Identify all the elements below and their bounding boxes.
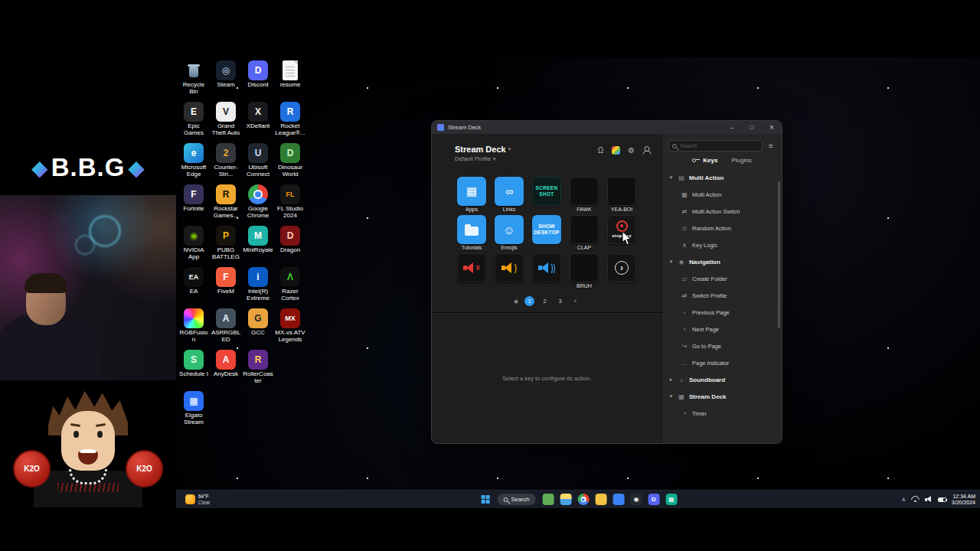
desktop-icon-miniroyale[interactable]: MMiniRoyale	[242, 225, 274, 266]
desktop-icon-fl-studio[interactable]: FLFL Studio 2024	[274, 184, 306, 225]
key-volume-low[interactable]: )	[495, 253, 524, 282]
key-volume-high[interactable]: ))	[532, 253, 561, 282]
desktop-icon-xdefiant[interactable]: XXDefiant	[242, 101, 274, 142]
tree-item-go-to-page[interactable]: ↪Go to Page	[668, 337, 776, 354]
taskbar-github-desktop[interactable]: ◉	[630, 494, 642, 505]
desktop-icon-rgbfusion[interactable]: RGBFusion	[178, 308, 210, 349]
volume-icon[interactable]	[925, 496, 933, 503]
key-links[interactable]: ∞	[495, 177, 524, 206]
tree-header-multi-action[interactable]: ▾▤Multi Action	[668, 169, 776, 186]
desktop-icon-steam[interactable]: ◎Steam	[210, 60, 242, 101]
key-tutorials[interactable]	[457, 215, 486, 244]
desktop-icon-microsoft-edge[interactable]: eMicrosoft Edge	[178, 142, 210, 184]
tree-header-soundboard[interactable]: ▸♪Soundboard	[668, 371, 776, 388]
desktop-icon-asrrgbled[interactable]: AASRRGBLED	[210, 308, 242, 349]
desktop-icon-pubg[interactable]: PPUBG BATTLEGR...	[210, 225, 242, 266]
desktop-icon-dinosaur-world[interactable]: DDinosaur World	[274, 142, 306, 184]
desktop-icon-schedule-1[interactable]: SSchedule I	[178, 349, 210, 390]
desktop-icon-rocket-league[interactable]: RRocket League®...	[274, 101, 306, 142]
profile-selector[interactable]: Default Profile ▾	[455, 155, 596, 162]
taskbar-folder[interactable]	[595, 494, 606, 505]
page-button-3[interactable]: 3	[555, 296, 565, 306]
key-show-desktop[interactable]: Show Desktop	[532, 215, 561, 244]
weather-widget[interactable]: 64°F Clear	[176, 494, 211, 505]
desktop-icon-mx-vs-atv[interactable]: MXMX-vs ATV Legends	[274, 308, 306, 349]
page-button-1[interactable]: 1	[524, 296, 534, 306]
elgato-stream-deck-icon: ▦	[184, 391, 204, 411]
desktop-icon-fortnite[interactable]: FFortnite	[178, 184, 210, 225]
hidden-icons-chevron[interactable]: ∧	[902, 497, 906, 503]
desktop-icon-resume[interactable]: resume	[274, 60, 306, 101]
taskbar-discord[interactable]: D	[648, 494, 659, 505]
wifi-icon[interactable]	[911, 496, 920, 503]
desktop-icon-label: RollerCoaster Tycoon® 3...	[242, 371, 274, 384]
desktop-icon-ea[interactable]: EAEA	[178, 266, 210, 308]
account-person-icon[interactable]	[642, 146, 651, 155]
desktop-icon-recycle-bin[interactable]: Recycle Bin	[178, 60, 210, 101]
favorites-star-icon[interactable]: ★	[513, 298, 519, 305]
tree-item-switch-profile[interactable]: ⇄Switch Profile	[668, 287, 776, 304]
desktop-icon-epic-games[interactable]: EEpic Games Launcher	[178, 101, 210, 142]
desktop-icon-gcc[interactable]: GGCC	[242, 308, 274, 349]
notifications-bell-icon[interactable]: Ω	[596, 146, 605, 155]
tab-plugins[interactable]: Plugins	[731, 157, 751, 164]
window-titlebar[interactable]: Stream Deck – □ ×	[432, 121, 782, 134]
taskbar-chrome[interactable]	[577, 494, 589, 505]
key-yea-boi[interactable]	[607, 177, 636, 206]
desktop-icon-discord[interactable]: DDiscord	[242, 60, 274, 101]
tree-item-multi-action[interactable]: ▦Multi Action	[668, 186, 776, 203]
desktop-icon-rct3[interactable]: RRollerCoaster Tycoon® 3...	[242, 349, 274, 390]
tree-header-navigation[interactable]: ▾◈Navigation	[668, 253, 776, 270]
tree-item-key-logic[interactable]: ∧Key Logic	[668, 236, 776, 253]
desktop-icon-rockstar-games[interactable]: RRockstar Games...	[210, 184, 242, 225]
panel-scrollbar[interactable]	[778, 181, 780, 328]
maximize-button[interactable]: □	[742, 121, 762, 134]
appearance-palette-icon[interactable]	[612, 146, 620, 155]
key-clap[interactable]	[570, 215, 599, 244]
settings-gear-icon[interactable]: ⚙	[627, 146, 635, 155]
device-selector[interactable]: Stream Deck ▾	[455, 145, 596, 154]
desktop-icon-intel-extreme[interactable]: iIntel(R) Extreme Tu...	[242, 266, 274, 308]
start-button[interactable]	[479, 493, 492, 506]
key-screenshot[interactable]: Screen Shot	[532, 177, 561, 206]
tab-keys[interactable]: Keys	[692, 157, 717, 164]
desktop-icon-counter-strike-2[interactable]: 2Counter-Stri...	[210, 142, 242, 184]
desktop-icon-dragon[interactable]: DDragon	[274, 225, 306, 266]
key-apps[interactable]: ▦	[457, 177, 486, 206]
desktop-icon-razer-cortex[interactable]: ΛRazer Cortex	[274, 266, 306, 308]
tree-item-page-indicator[interactable]: …Page Indicator	[668, 354, 776, 371]
panel-menu-icon[interactable]: ≡	[766, 142, 776, 150]
add-page-button[interactable]: +	[570, 296, 580, 306]
battery-icon[interactable]	[938, 497, 946, 502]
desktop-icon-google-chrome[interactable]: Google Chrome	[242, 184, 274, 225]
actions-search-input[interactable]: Search	[668, 140, 763, 152]
key-bruh[interactable]	[570, 253, 599, 282]
page-button-2[interactable]: 2	[540, 296, 550, 306]
desktop-icon-fivem[interactable]: FFiveM	[210, 266, 242, 308]
tree-item-previous-page[interactable]: ‹Previous Page	[668, 304, 776, 321]
desktop-icon-anydesk[interactable]: AAnyDesk	[210, 349, 242, 390]
key-emojis[interactable]: ☺	[495, 215, 524, 244]
desktop-icon-ubisoft-connect[interactable]: UUbisoft Connect	[242, 142, 274, 184]
close-button[interactable]: ×	[762, 121, 782, 134]
tree-item-create-folder[interactable]: ▱Create Folder	[668, 270, 776, 287]
tree-item-timer[interactable]: ◔Timer	[668, 405, 776, 422]
desktop-icon-nvidia-app[interactable]: ◉NVIDIA App	[178, 225, 210, 266]
taskbar-app-widgets[interactable]	[542, 494, 554, 505]
tree-item-random-action[interactable]: ◇Random Action	[668, 220, 776, 236]
key-mute[interactable]: ×	[457, 253, 486, 282]
tree-item-next-page[interactable]: ›Next Page	[668, 321, 776, 337]
tree-header-stream-deck[interactable]: ▾▦Stream Deck	[668, 388, 776, 405]
schedule-1-icon: S	[184, 350, 204, 370]
key-next-page[interactable]: ›	[607, 253, 636, 282]
clock[interactable]: 12:34 AM 3/20/2024	[952, 494, 975, 506]
key-fawk[interactable]	[570, 177, 599, 206]
desktop-icon-gta-v[interactable]: VGrand Theft Auto V	[210, 101, 242, 142]
taskbar-photos[interactable]	[612, 494, 624, 505]
taskbar-search[interactable]: Search	[498, 494, 536, 505]
minimize-button[interactable]: –	[722, 121, 742, 134]
tree-item-multi-action-switch[interactable]: ⇄Multi Action Switch	[668, 203, 776, 220]
desktop-icon-elgato-stream-deck[interactable]: ▦Elgato Stream Deck	[178, 390, 210, 432]
taskbar-stream-deck[interactable]: ▦	[665, 494, 677, 505]
taskbar-file-explorer[interactable]	[560, 494, 571, 505]
